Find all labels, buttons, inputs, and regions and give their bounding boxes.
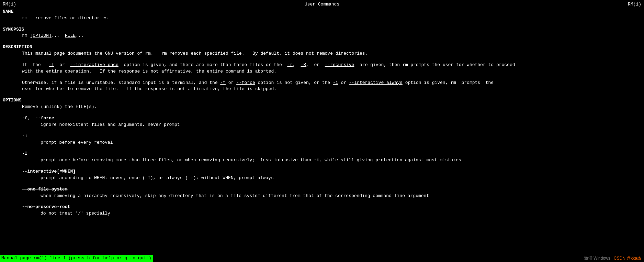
synopsis-section-title: SYNOPSIS [3,26,641,33]
status-text: Manual page rm(1) line 1 (press h for he… [0,255,153,262]
options-section-title: OPTIONS [3,97,641,104]
name-section-title: NAME [3,9,641,15]
opt-bigI-flag: -I [3,151,641,157]
synopsis-content: rm [OPTION]... FILE... [3,33,641,39]
opt-nopreserve-flag: --no-preserve-root [3,204,641,210]
opt-interactive-desc: prompt according to WHEN: never, once (-… [3,175,641,182]
opt-onefs-flag: --one-file-system [3,186,641,193]
description-line1: This manual page documents the GNU versi… [3,51,641,57]
description-para2-line2: with the entire operation. If the respon… [3,68,641,75]
opt-interactive-flag: --interactive[=WHEN] [3,168,641,175]
description-para3-line1: Otherwise, if a file is unwritable, stan… [3,80,641,86]
opt-bigI-desc: prompt once before removing more than th… [3,157,641,164]
name-description: rm - remove files or directories [3,15,641,22]
header-left: RM(1) [3,1,16,8]
options-general-desc: Remove (unlink) the FILE(s). [3,104,641,110]
description-section-title: DESCRIPTION [3,44,641,51]
opt-f-flag: -f, --force [3,115,641,122]
opt-i-desc: prompt before every removal [3,140,641,146]
description-para3-line2: user for whether to remove the file. If … [3,86,641,92]
opt-nopreserve-desc: do not treat '/' specially [3,210,641,217]
man-page-content: NAME rm - remove files or directories SY… [0,9,644,217]
opt-f-desc: ignore nonexistent files and arguments, … [3,122,641,128]
watermark: 激活 Windows CSDN @kka杰 [584,255,641,261]
opt-i-flag: -i [3,133,641,140]
description-para2-line1: If the -I or --interactive=once option i… [3,62,641,68]
header-right: RM(1) [628,1,641,8]
opt-onefs-desc: when removing a hierarchy recursively, s… [3,193,641,199]
status-bar: Manual page rm(1) line 1 (press h for he… [0,255,644,262]
header-center: User Commands [305,1,339,8]
terminal-window: RM(1) User Commands RM(1) NAME rm - remo… [0,0,644,262]
header-line: RM(1) User Commands RM(1) [0,1,644,9]
